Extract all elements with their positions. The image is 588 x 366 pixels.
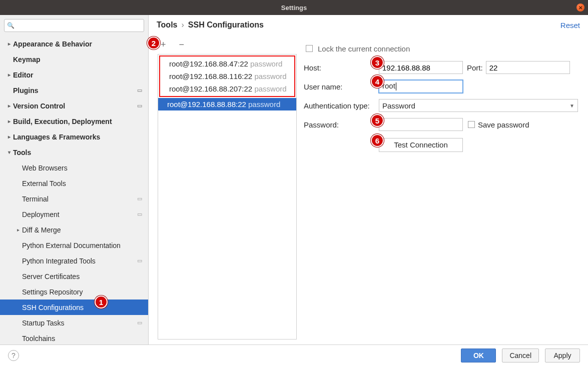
sidebar-item-label: Toolchains bbox=[22, 334, 55, 342]
sidebar-item-label: Plugins bbox=[13, 86, 39, 94]
ssh-config-item[interactable]: root@192.168.88.207:22 password bbox=[160, 82, 294, 95]
sidebar-item-label: SSH Configurations bbox=[22, 304, 84, 312]
remove-config-button[interactable]: − bbox=[179, 40, 185, 50]
ssh-config-item[interactable]: root@192.168.88.47:22 password bbox=[160, 58, 294, 70]
sidebar-item-label: Python External Documentation bbox=[22, 242, 121, 250]
port-label: Port: bbox=[467, 64, 483, 72]
config-list-toolbar: + − bbox=[158, 37, 297, 52]
project-scope-icon: ▭ bbox=[137, 320, 142, 326]
breadcrumb-parent[interactable]: Tools bbox=[157, 20, 177, 30]
sidebar-item-toolchains[interactable]: Toolchains bbox=[0, 330, 148, 344]
config-item-auth: password bbox=[248, 100, 280, 108]
window-titlebar: Settings ✕ bbox=[0, 0, 588, 15]
sidebar-item-version-control[interactable]: ▸Version Control▭ bbox=[0, 98, 148, 114]
lock-connection-checkbox[interactable] bbox=[306, 45, 313, 52]
sidebar-item-web-browsers[interactable]: Web Browsers bbox=[0, 160, 148, 176]
username-label: User name: bbox=[304, 82, 379, 91]
project-scope-icon: ▭ bbox=[137, 196, 142, 202]
project-scope-icon: ▭ bbox=[137, 87, 142, 94]
config-item-auth: password bbox=[254, 72, 286, 80]
settings-sidebar: 🔍 ▸Appearance & BehaviorKeymap▸EditorPlu… bbox=[0, 15, 149, 344]
sidebar-item-label: Settings Repository bbox=[22, 288, 83, 296]
settings-search-input[interactable] bbox=[4, 19, 144, 32]
config-item-label: root@192.168.88.88:22 bbox=[167, 100, 248, 108]
config-item-label: root@192.168.88.47:22 bbox=[169, 60, 250, 68]
chevron-right-icon: ▸ bbox=[5, 134, 13, 140]
test-connection-button[interactable]: Test Connection bbox=[379, 138, 463, 152]
sidebar-item-settings-repository[interactable]: Settings Repository bbox=[0, 284, 148, 300]
port-input[interactable] bbox=[486, 61, 570, 74]
window-title: Settings bbox=[281, 4, 307, 12]
chevron-right-icon: ▸ bbox=[5, 72, 13, 78]
close-window-button[interactable]: ✕ bbox=[576, 4, 584, 12]
sidebar-item-label: Keymap bbox=[13, 56, 40, 64]
config-item-auth: password bbox=[250, 60, 282, 68]
sidebar-item-label: Web Browsers bbox=[22, 164, 68, 172]
sidebar-item-appearance-behavior[interactable]: ▸Appearance & Behavior bbox=[0, 36, 148, 52]
project-scope-icon: ▭ bbox=[137, 102, 142, 109]
sidebar-item-label: Languages & Frameworks bbox=[13, 133, 100, 141]
sidebar-item-diff-merge[interactable]: ▸Diff & Merge bbox=[0, 222, 148, 238]
add-config-button[interactable]: + bbox=[161, 40, 166, 50]
sidebar-item-label: Version Control bbox=[13, 102, 65, 110]
sidebar-item-label: Deployment bbox=[22, 210, 60, 218]
host-label: Host: bbox=[304, 64, 379, 72]
chevron-right-icon: ▸ bbox=[5, 41, 13, 46]
chevron-right-icon: ▸ bbox=[5, 118, 13, 124]
cancel-button[interactable]: Cancel bbox=[502, 348, 539, 362]
config-item-label: root@192.168.88.207:22 bbox=[169, 84, 254, 93]
sidebar-item-keymap[interactable]: Keymap bbox=[0, 52, 148, 67]
ssh-config-form: Lock the current connection Host: Port: … bbox=[297, 35, 588, 344]
dialog-footer: ? OK Cancel Apply bbox=[0, 345, 588, 366]
lock-connection-label: Lock the current connection bbox=[318, 44, 410, 53]
sidebar-item-server-certificates[interactable]: Server Certificates bbox=[0, 268, 148, 284]
sidebar-item-ssh-configurations[interactable]: SSH Configurations bbox=[0, 300, 148, 315]
sidebar-item-terminal[interactable]: Terminal▭ bbox=[0, 191, 148, 206]
save-password-label: Save password bbox=[478, 120, 529, 129]
sidebar-item-label: Startup Tasks bbox=[22, 319, 65, 327]
save-password-checkbox[interactable] bbox=[468, 121, 475, 128]
text-cursor-icon bbox=[396, 82, 396, 90]
sidebar-item-label: Python Integrated Tools bbox=[22, 257, 96, 265]
host-input[interactable] bbox=[379, 61, 463, 74]
config-item-label: root@192.168.88.116:22 bbox=[169, 72, 254, 80]
breadcrumb-leaf: SSH Configurations bbox=[188, 20, 264, 30]
reset-link[interactable]: Reset bbox=[560, 21, 580, 30]
ok-button[interactable]: OK bbox=[461, 348, 496, 362]
project-scope-icon: ▭ bbox=[137, 211, 142, 218]
password-input[interactable] bbox=[379, 118, 463, 131]
sidebar-item-plugins[interactable]: Plugins▭ bbox=[0, 82, 148, 98]
ssh-config-item[interactable]: root@192.168.88.88:22 password bbox=[158, 98, 296, 110]
sidebar-item-build-execution-deployment[interactable]: ▸Build, Execution, Deployment bbox=[0, 114, 148, 129]
close-icon: ✕ bbox=[578, 5, 582, 10]
sidebar-item-external-tools[interactable]: External Tools bbox=[0, 176, 148, 191]
help-button[interactable]: ? bbox=[8, 350, 19, 361]
apply-button[interactable]: Apply bbox=[545, 348, 580, 362]
auth-type-select[interactable]: Password ▼ bbox=[379, 99, 578, 112]
auth-type-label: Authentication type: bbox=[304, 102, 379, 110]
chevron-right-icon: ▸ bbox=[5, 103, 13, 108]
sidebar-item-editor[interactable]: ▸Editor bbox=[0, 67, 148, 82]
chevron-right-icon: ▸ bbox=[14, 227, 22, 232]
highlighted-configs: root@192.168.88.47:22 passwordroot@192.1… bbox=[159, 56, 295, 97]
breadcrumb: Tools › SSH Configurations Reset bbox=[149, 15, 588, 35]
ssh-config-list: root@192.168.88.47:22 passwordroot@192.1… bbox=[158, 54, 297, 340]
sidebar-item-deployment[interactable]: Deployment▭ bbox=[0, 206, 148, 222]
sidebar-item-startup-tasks[interactable]: Startup Tasks▭ bbox=[0, 315, 148, 330]
sidebar-item-tools[interactable]: ▾Tools bbox=[0, 144, 148, 160]
sidebar-item-label: Terminal bbox=[22, 195, 49, 203]
sidebar-item-label: Server Certificates bbox=[22, 272, 80, 280]
sidebar-item-label: Build, Execution, Deployment bbox=[13, 118, 112, 126]
sidebar-item-python-integrated-tools[interactable]: Python Integrated Tools▭ bbox=[0, 253, 148, 268]
chevron-down-icon: ▾ bbox=[5, 150, 13, 155]
sidebar-item-python-external-documentation[interactable]: Python External Documentation bbox=[0, 238, 148, 253]
help-icon: ? bbox=[12, 352, 16, 360]
chevron-down-icon: ▼ bbox=[569, 103, 574, 108]
sidebar-item-label: Diff & Merge bbox=[22, 226, 61, 234]
sidebar-item-languages-frameworks[interactable]: ▸Languages & Frameworks bbox=[0, 129, 148, 144]
config-item-auth: password bbox=[254, 84, 286, 93]
ssh-config-item[interactable]: root@192.168.88.116:22 password bbox=[160, 70, 294, 82]
username-input[interactable]: root bbox=[379, 80, 463, 93]
sidebar-item-label: Appearance & Behavior bbox=[13, 40, 92, 48]
password-label: Password: bbox=[304, 120, 379, 129]
